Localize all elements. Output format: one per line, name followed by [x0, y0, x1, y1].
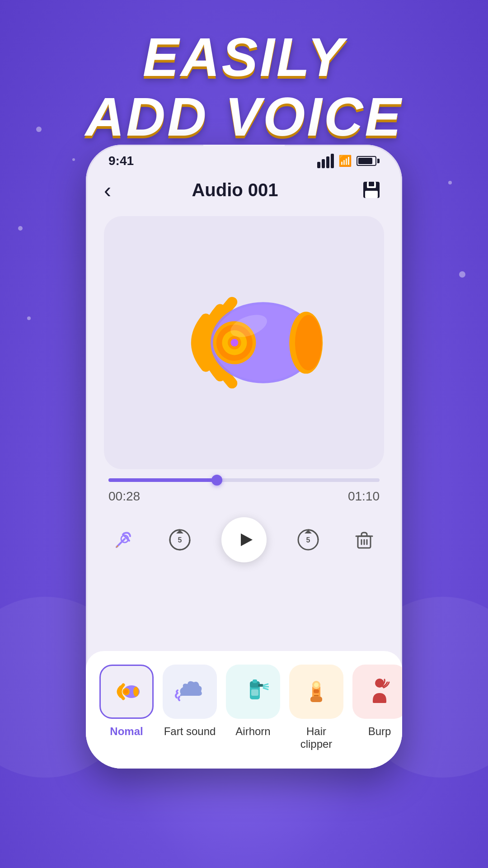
svg-rect-32	[258, 684, 263, 687]
rewind-button[interactable]: 5	[165, 525, 194, 554]
svg-rect-34	[253, 679, 257, 683]
progress-section: 00:28 01:10	[86, 478, 402, 504]
nav-bar: ‹ Audio 001	[86, 173, 402, 212]
progress-bar[interactable]	[108, 478, 380, 482]
effect-label-fart: Fart sound	[164, 725, 216, 738]
hair-clipper-icon	[300, 676, 332, 708]
effect-label-airhorn: Airhorn	[235, 725, 270, 738]
rewind-icon: 5	[168, 528, 192, 552]
svg-rect-33	[251, 689, 258, 696]
effect-icon-airhorn	[226, 665, 280, 719]
forward-icon: 5	[296, 528, 320, 552]
svg-rect-2	[369, 182, 374, 186]
svg-point-13	[230, 339, 238, 347]
effect-icon-fart	[163, 665, 217, 719]
effects-panel: Nomal Fart sound	[86, 651, 402, 769]
effect-hair-clipper[interactable]: Hair clipper	[289, 665, 343, 750]
page-title: Audio 001	[192, 180, 278, 200]
back-button[interactable]: ‹	[104, 178, 111, 203]
effect-fart[interactable]: Fart sound	[163, 665, 217, 750]
time-labels: 00:28 01:10	[108, 489, 380, 504]
airhorn-icon	[237, 676, 269, 708]
controls: 5 5	[86, 504, 402, 576]
effect-airhorn[interactable]: Airhorn	[226, 665, 280, 750]
mic-icon	[112, 528, 136, 552]
signal-icon	[317, 154, 334, 168]
status-icons: 📶	[317, 154, 380, 168]
effect-normal[interactable]: Nomal	[99, 665, 154, 750]
save-icon	[361, 179, 382, 201]
sparkle	[459, 271, 465, 278]
phone-notch	[203, 145, 285, 162]
trash-icon	[352, 528, 376, 552]
phone-mockup: 9:41 📶 ‹ Audio 001	[86, 145, 402, 769]
svg-point-11	[295, 315, 322, 370]
progress-thumb[interactable]	[211, 475, 222, 486]
burp-icon	[364, 676, 395, 708]
save-button[interactable]	[359, 177, 384, 203]
effect-icon-burp	[352, 665, 402, 719]
sparkle	[18, 226, 23, 231]
svg-marker-18	[241, 533, 253, 546]
effect-label-normal: Nomal	[110, 725, 143, 738]
sparkle	[27, 316, 31, 320]
speaker-illustration	[158, 257, 330, 429]
total-time: 01:10	[348, 489, 380, 504]
wifi-icon: 📶	[338, 155, 352, 167]
svg-point-28	[124, 689, 128, 694]
svg-rect-3	[365, 191, 378, 198]
svg-point-38	[314, 683, 319, 687]
play-button[interactable]	[221, 517, 267, 562]
status-time: 9:41	[108, 154, 134, 168]
effect-label-burp: Burp	[368, 725, 391, 738]
effect-burp[interactable]: Burp	[352, 665, 402, 750]
battery-icon	[357, 156, 380, 166]
effect-icon-normal	[99, 665, 154, 719]
svg-text:5: 5	[306, 536, 310, 544]
progress-fill	[108, 478, 217, 482]
normal-sound-icon	[111, 676, 142, 708]
svg-rect-39	[314, 689, 319, 693]
svg-point-29	[133, 687, 139, 697]
effect-icon-hair	[289, 665, 343, 719]
svg-rect-36	[310, 697, 322, 702]
forward-button[interactable]: 5	[294, 525, 323, 554]
play-icon	[236, 531, 254, 549]
delete-button[interactable]	[350, 525, 379, 554]
current-time: 00:28	[108, 489, 140, 504]
header-line1: EASILY	[0, 27, 488, 87]
effects-row: Nomal Fart sound	[99, 665, 389, 750]
svg-text:5: 5	[178, 536, 182, 544]
effect-label-hair: Hair clipper	[289, 725, 343, 750]
artwork-area	[104, 216, 384, 469]
mic-button[interactable]	[109, 525, 138, 554]
fart-icon	[174, 676, 206, 708]
